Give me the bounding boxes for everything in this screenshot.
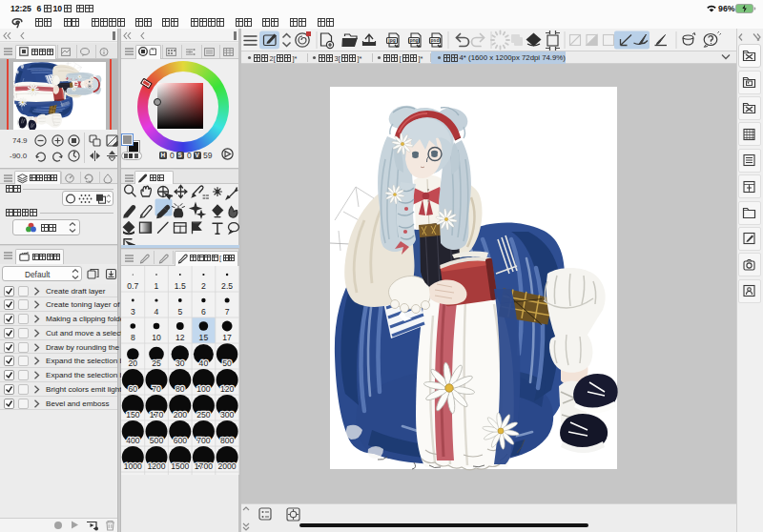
svg-text:70: 70 <box>152 384 161 394</box>
svg-text:30: 30 <box>175 358 185 368</box>
svg-text:17: 17 <box>222 333 232 342</box>
svg-text:400: 400 <box>126 436 140 445</box>
svg-text:20: 20 <box>129 358 138 368</box>
svg-text:6: 6 <box>201 307 206 317</box>
svg-text:15: 15 <box>199 333 209 342</box>
svg-text:10: 10 <box>152 333 161 342</box>
svg-text:250: 250 <box>196 410 211 419</box>
svg-text:50: 50 <box>222 358 232 368</box>
svg-text:150: 150 <box>126 410 140 419</box>
svg-text:png: png <box>409 37 418 43</box>
svg-text:800: 800 <box>220 436 235 445</box>
svg-text:1500: 1500 <box>171 461 189 471</box>
svg-text:200: 200 <box>174 410 188 419</box>
svg-text:2000: 2000 <box>218 461 237 471</box>
svg-text:100: 100 <box>196 384 211 394</box>
svg-text:jpg: jpg <box>387 37 396 43</box>
svg-text:7: 7 <box>225 307 230 317</box>
svg-text:1200: 1200 <box>147 461 165 471</box>
svg-text:3: 3 <box>131 307 135 317</box>
svg-text:60: 60 <box>129 384 138 394</box>
svg-text:25: 25 <box>152 358 161 368</box>
svg-text:700: 700 <box>196 436 211 445</box>
svg-text:8: 8 <box>131 333 135 342</box>
svg-text:4: 4 <box>155 307 159 317</box>
svg-text:psd: psd <box>431 37 440 43</box>
svg-text:2.5: 2.5 <box>221 281 233 291</box>
svg-text:2: 2 <box>201 281 206 291</box>
svg-text:12: 12 <box>175 333 185 342</box>
svg-text:120: 120 <box>220 384 235 394</box>
svg-text:600: 600 <box>174 436 188 445</box>
svg-text:170: 170 <box>150 410 164 419</box>
svg-text:5: 5 <box>177 307 182 317</box>
svg-text:1000: 1000 <box>124 461 142 471</box>
svg-text:40: 40 <box>199 358 209 368</box>
svg-text:80: 80 <box>175 384 185 394</box>
svg-text:0.7: 0.7 <box>127 281 138 291</box>
svg-text:300: 300 <box>220 410 235 419</box>
svg-text:500: 500 <box>150 436 164 445</box>
svg-text:1: 1 <box>155 281 159 291</box>
svg-text:1700: 1700 <box>195 461 213 471</box>
svg-text:1.5: 1.5 <box>175 281 186 291</box>
